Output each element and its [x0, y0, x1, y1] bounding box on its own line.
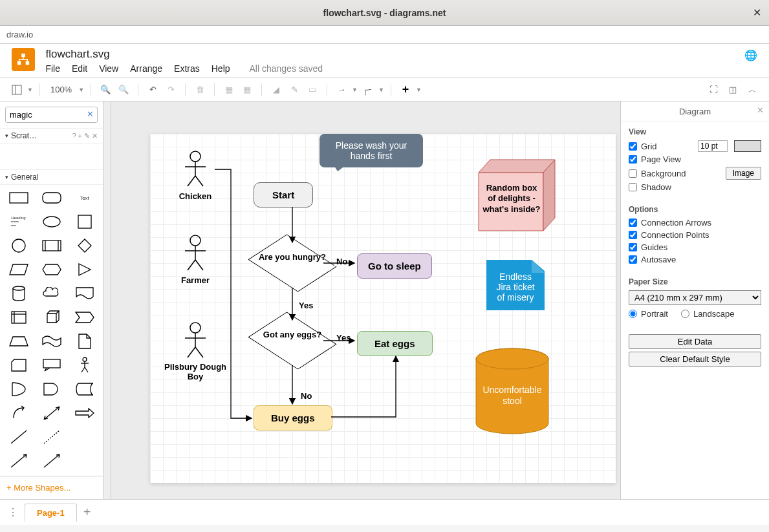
add-icon[interactable]: +	[398, 82, 413, 98]
shape-callout[interactable]	[37, 356, 66, 374]
menu-help[interactable]: Help	[211, 63, 230, 74]
vertical-splitter[interactable]	[103, 101, 111, 499]
shape-bidir-arrow[interactable]	[37, 404, 66, 422]
background-checkbox[interactable]	[629, 169, 637, 178]
undo-icon[interactable]: ↶	[145, 82, 160, 98]
conn-points-checkbox[interactable]	[629, 231, 637, 239]
zoom-out-icon[interactable]: 🔍	[116, 82, 131, 98]
globe-icon[interactable]: 🌐	[744, 49, 757, 61]
canvas[interactable]: Chicken Farmer Pilsbury Dough Boy Please…	[111, 101, 620, 499]
shadow-checkbox[interactable]	[629, 183, 637, 191]
paper-size-select[interactable]: A4 (210 mm x 297 mm)	[629, 290, 761, 305]
shape-diamond[interactable]	[70, 237, 99, 255]
shape-parallelogram[interactable]	[4, 261, 33, 279]
to-back-icon[interactable]: ▦	[239, 82, 255, 98]
shape-roundrect[interactable]	[37, 189, 66, 207]
chevron-down-icon[interactable]: ▼	[27, 87, 33, 93]
portrait-radio[interactable]	[629, 310, 637, 318]
menu-file[interactable]: File	[45, 63, 60, 74]
shape-heading[interactable]: Heading━━━━━	[4, 213, 33, 231]
shape-card[interactable]	[4, 356, 33, 374]
shape-curve-arrow[interactable]	[4, 404, 33, 422]
document-title[interactable]: flowchart.svg	[45, 48, 323, 61]
grid-color-swatch[interactable]	[734, 140, 761, 152]
shape-blank[interactable]	[70, 428, 99, 446]
shadow-icon[interactable]: ▭	[305, 82, 320, 98]
shape-circle[interactable]	[4, 237, 33, 255]
redo-icon[interactable]: ↷	[163, 82, 179, 98]
line-color-icon[interactable]: ✎	[287, 82, 302, 98]
more-shapes-button[interactable]: + More Shapes...	[0, 476, 103, 499]
help-icon[interactable]: ?	[72, 132, 76, 140]
shape-or[interactable]	[4, 380, 33, 398]
image-button[interactable]: Image	[726, 167, 761, 180]
page-tab-1[interactable]: Page-1	[25, 504, 77, 522]
shape-square[interactable]	[70, 213, 99, 231]
shape-actor[interactable]	[70, 356, 99, 374]
shape-process[interactable]	[37, 237, 66, 255]
close-icon[interactable]: ✕	[757, 105, 764, 115]
shape-internal-storage[interactable]	[4, 308, 33, 326]
shape-cylinder[interactable]	[4, 284, 33, 303]
menu-edit[interactable]: Edit	[72, 63, 87, 74]
edit-data-button[interactable]: Edit Data	[629, 334, 761, 349]
close-icon[interactable]: ✕	[92, 132, 98, 140]
shape-note[interactable]	[70, 332, 99, 350]
shape-tape[interactable]	[37, 332, 66, 350]
collapse-icon[interactable]: ︿	[744, 82, 760, 98]
shape-and[interactable]	[37, 380, 66, 398]
note-shape[interactable]: Endless Jira ticket of misery	[486, 260, 545, 310]
shape-line[interactable]	[4, 428, 33, 446]
app-logo-icon[interactable]	[12, 48, 35, 71]
chevron-down-icon[interactable]: ▼	[416, 87, 422, 93]
chevron-down-icon[interactable]: ▼	[78, 87, 84, 93]
menu-view[interactable]: View	[99, 63, 118, 74]
shape-cube[interactable]	[37, 308, 66, 326]
to-front-icon[interactable]: ▦	[221, 82, 237, 98]
shape-text[interactable]: Text	[70, 189, 99, 207]
add-icon[interactable]: +	[78, 132, 82, 140]
zoom-level[interactable]: 100%	[47, 85, 76, 94]
cylinder-shape[interactable]: Uncomfortable stool	[473, 347, 551, 447]
zoom-in-icon[interactable]: 🔍	[98, 82, 113, 98]
scratchpad-header[interactable]: ▾ Scrat… ? + ✎ ✕	[0, 128, 103, 144]
shape-step[interactable]	[70, 308, 99, 326]
grid-checkbox[interactable]	[629, 142, 637, 151]
add-page-icon[interactable]: +	[83, 505, 91, 520]
fill-icon[interactable]: ◢	[268, 82, 284, 98]
autosave-checkbox[interactable]	[629, 255, 637, 264]
clear-style-button[interactable]: Clear Default Style	[629, 352, 761, 367]
shape-datastore[interactable]	[70, 380, 99, 398]
cube-shape[interactable]: Random box of delights - what's inside?	[466, 153, 556, 240]
shape-trapezoid[interactable]	[4, 332, 33, 350]
landscape-radio[interactable]	[681, 310, 689, 318]
connection-icon[interactable]: →	[334, 82, 349, 98]
chevron-down-icon[interactable]: ▼	[352, 87, 358, 93]
search-input[interactable]	[5, 107, 98, 123]
sidebar-toggle-icon[interactable]	[9, 82, 25, 98]
shape-hexagon[interactable]	[37, 261, 66, 279]
shape-cloud[interactable]	[37, 284, 66, 303]
grid-size-input[interactable]	[698, 140, 728, 152]
menu-extras[interactable]: Extras	[174, 63, 200, 74]
guides-checkbox[interactable]	[629, 243, 637, 251]
waypoint-icon[interactable]: ┌╴	[360, 82, 376, 98]
close-icon[interactable]: ✕	[753, 6, 761, 19]
fullscreen-icon[interactable]: ⛶	[706, 82, 721, 98]
shape-document[interactable]	[70, 284, 99, 303]
pageview-checkbox[interactable]	[629, 155, 637, 164]
shape-dashed-line[interactable]	[37, 428, 66, 446]
delete-icon[interactable]: 🗑	[192, 82, 208, 98]
tabs-menu-icon[interactable]: ⋮	[5, 506, 21, 518]
chevron-down-icon[interactable]: ▼	[378, 87, 384, 93]
conn-arrows-checkbox[interactable]	[629, 218, 637, 227]
shape-rect[interactable]	[4, 189, 33, 207]
shape-triangle[interactable]	[70, 261, 99, 279]
shape-arrow[interactable]	[70, 404, 99, 422]
edit-icon[interactable]: ✎	[84, 132, 90, 140]
format-panel-icon[interactable]: ◫	[725, 82, 741, 98]
shape-ellipse[interactable]	[37, 213, 66, 231]
shape-line-arrow2[interactable]	[37, 452, 66, 470]
drawing-page[interactable]: Chicken Farmer Pilsbury Dough Boy Please…	[150, 134, 616, 483]
clear-search-icon[interactable]: ✕	[87, 109, 94, 119]
